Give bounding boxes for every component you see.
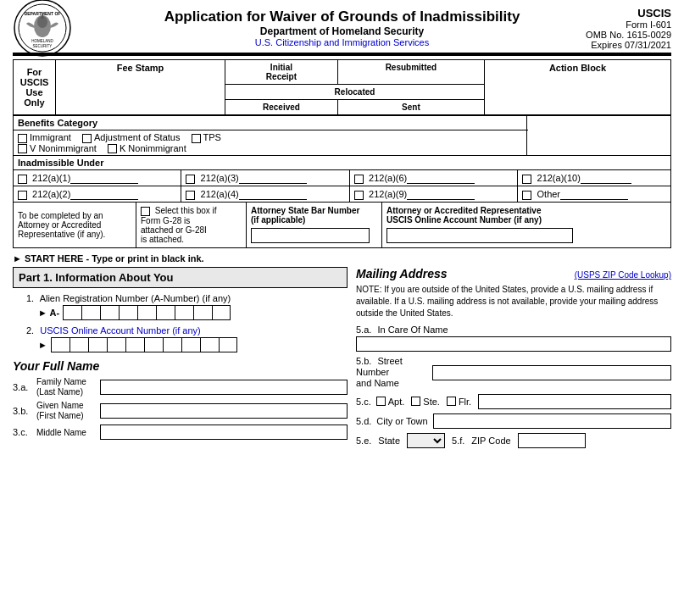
uscis-7[interactable] [163,337,181,352]
uscis-logo: DEPARTMENT OF HOMELAND SECURITY [13,0,72,58]
bar-number-cell: Attorney State Bar Number(if applicable) [247,203,382,247]
state-label: State [378,436,400,446]
code-212a6-field[interactable] [407,172,475,184]
uscis-9[interactable] [200,337,219,352]
benefits-right-area [527,116,671,156]
v-nonimmigrant-checkbox[interactable] [18,144,27,153]
header-center: Application for Waiver of Grounds of Ina… [164,8,520,47]
code-212a10-field[interactable] [581,172,631,184]
field5c-row: 5.c. Apt. Ste. Flr. [356,394,671,409]
zip-code-input[interactable] [518,433,586,448]
resubmitted-cell: Resubmitted [337,60,484,85]
a-num-4[interactable] [119,305,137,320]
form-title: Application for Waiver of Grounds of Ina… [164,8,520,25]
form-header: DEPARTMENT OF HOMELAND SECURITY Applicat… [13,8,671,47]
form-name: USCIS [586,7,671,19]
bar-number-input[interactable] [251,228,370,243]
apt-checkbox[interactable] [376,397,386,406]
a-num-6[interactable] [156,305,175,320]
admin-table: ForUSCISUseOnly Fee Stamp InitialReceipt… [13,59,671,115]
zip-label: ZIP Code [471,436,510,446]
code-212a2-field[interactable] [70,188,138,200]
immigrant-checkbox[interactable] [18,134,27,143]
uscis-5[interactable] [125,337,144,352]
code-212a1-checkbox[interactable] [18,175,27,184]
field5a-label: 5.a. In Care Of Name [356,325,671,335]
code-212a9-field[interactable] [407,188,475,200]
tps-checkbox[interactable] [192,134,201,143]
in-care-of-input[interactable] [356,336,671,352]
code-212a10-checkbox[interactable] [522,175,531,184]
mailing-note: NOTE: If you are outside of the United S… [356,284,671,319]
code-212a9-checkbox[interactable] [354,191,364,200]
code-212a1-field[interactable] [70,172,138,184]
g28-checkbox[interactable] [141,207,150,216]
uscis-10[interactable] [219,337,237,352]
family-name-input[interactable] [100,380,348,395]
start-here-text: ► START HERE - Type or print in black in… [13,253,671,264]
online-account-cell: Attorney or Accredited RepresentativeUSC… [382,203,671,247]
state-select[interactable]: ALAKAZ CACOCT FLGAHI NYTX [407,433,445,448]
omb-number: OMB No. 1615-0029 [586,30,671,40]
middle-name-input[interactable] [100,425,348,440]
code-212a3-field[interactable] [239,172,307,184]
city-input[interactable] [433,413,671,429]
zip-lookup-link[interactable]: (USPS ZIP Code Lookup) [575,270,671,280]
action-block-cell: Action Block [485,60,671,115]
benefits-options: Immigrant Adjustment of Status TPS V Non… [14,130,527,156]
a-num-8[interactable] [193,305,212,320]
relocated-cell: Relocated [225,85,485,100]
uscis-6[interactable] [144,337,163,352]
a-num-7[interactable] [175,305,193,320]
main-content: Part 1. Information About You 1. Alien R… [13,267,671,448]
a-num-2[interactable] [81,305,100,320]
uscis-8[interactable] [181,337,200,352]
uscis-2[interactable] [70,337,88,352]
flr-label: Flr. [459,397,471,407]
uscis-4[interactable] [107,337,125,352]
other-checkbox[interactable] [522,191,531,200]
field5b-row: 5.b. Street Numberand Name [356,356,671,390]
code-212a4-field[interactable] [239,188,307,200]
given-name-input[interactable] [100,403,348,419]
online-account-label: Attorney or Accredited RepresentativeUSC… [386,206,666,225]
ste-label: Ste. [423,397,440,407]
field5ef-row: 5.e. State ALAKAZ CACOCT FLGAHI NYTX 5.f… [356,433,671,448]
a-num-5[interactable] [137,305,156,320]
a-num-1[interactable] [63,305,81,320]
uscis-1[interactable] [51,337,70,352]
code-212a4-checkbox[interactable] [186,191,195,200]
flr-checkbox[interactable] [447,397,456,406]
a-num-9[interactable] [212,305,231,320]
right-column: Mailing Address (USPS ZIP Code Lookup) N… [356,267,671,448]
code-212a6-checkbox[interactable] [354,175,364,184]
field2-number: 2. [26,325,34,336]
apt-ste-flr-input[interactable] [478,394,671,409]
benefits-label: Benefits Category [14,116,527,130]
field5d-label: 5.d. [356,416,371,426]
other-field[interactable] [560,188,628,200]
attorney-table: To be completed by an Attorney or Accred… [13,203,671,248]
full-name-section: Your Full Name 3.a. Family Name(Last Nam… [13,359,348,440]
uscis-account-container: ► [38,337,348,352]
city-label: City or Town [376,416,427,426]
uscis-account-boxes [51,337,237,352]
bar-number-label: Attorney State Bar Number(if applicable) [251,206,377,225]
field2-row: 2. USCIS Online Account Number (if any) … [13,325,348,352]
uscis-3[interactable] [88,337,107,352]
online-account-input[interactable] [386,228,573,243]
ste-checkbox[interactable] [411,397,420,406]
field3a-num: 3.a. [13,382,36,392]
code-212a3-checkbox[interactable] [186,175,195,184]
a-num-3[interactable] [100,305,119,320]
k-nonimmigrant-checkbox[interactable] [108,144,117,153]
code-212a2-checkbox[interactable] [18,191,27,200]
attorney-description: To be completed by an Attorney or Accred… [14,203,136,247]
adjustment-checkbox[interactable] [82,134,92,143]
field5e-label: 5.e. [356,436,371,446]
inadmissible-table: Inadmissible Under 212(a)(1) 212(a)(3) 2… [13,156,671,203]
street-number-input[interactable] [432,365,671,380]
field3c-row: 3.c. Middle Name [13,425,348,440]
form-page: DEPARTMENT OF HOMELAND SECURITY Applicat… [0,0,684,616]
agency-name: Department of Homeland Security [164,25,520,37]
